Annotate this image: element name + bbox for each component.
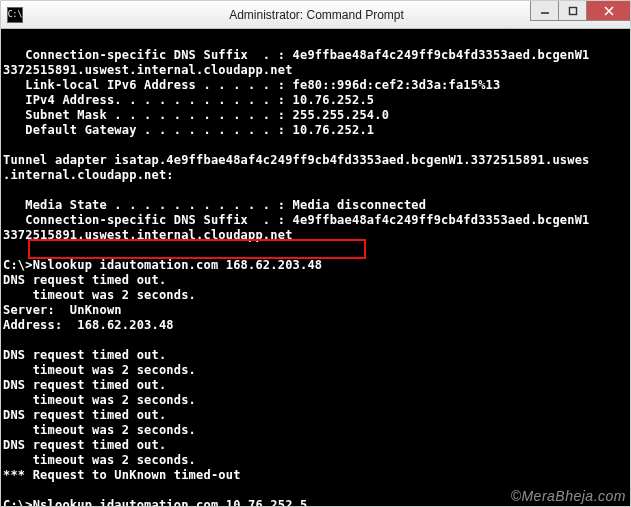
window-controls: [530, 1, 631, 21]
terminal-output[interactable]: Connection-specific DNS Suffix . : 4e9ff…: [1, 29, 631, 507]
app-icon: C:\: [7, 7, 23, 23]
close-button[interactable]: [586, 1, 631, 21]
maximize-button[interactable]: [558, 1, 586, 21]
titlebar[interactable]: C:\ Administrator: Command Prompt: [1, 1, 631, 29]
svg-rect-1: [569, 7, 576, 14]
command-prompt-window: C:\ Administrator: Command Prompt Connec…: [1, 1, 631, 507]
minimize-button[interactable]: [530, 1, 558, 21]
